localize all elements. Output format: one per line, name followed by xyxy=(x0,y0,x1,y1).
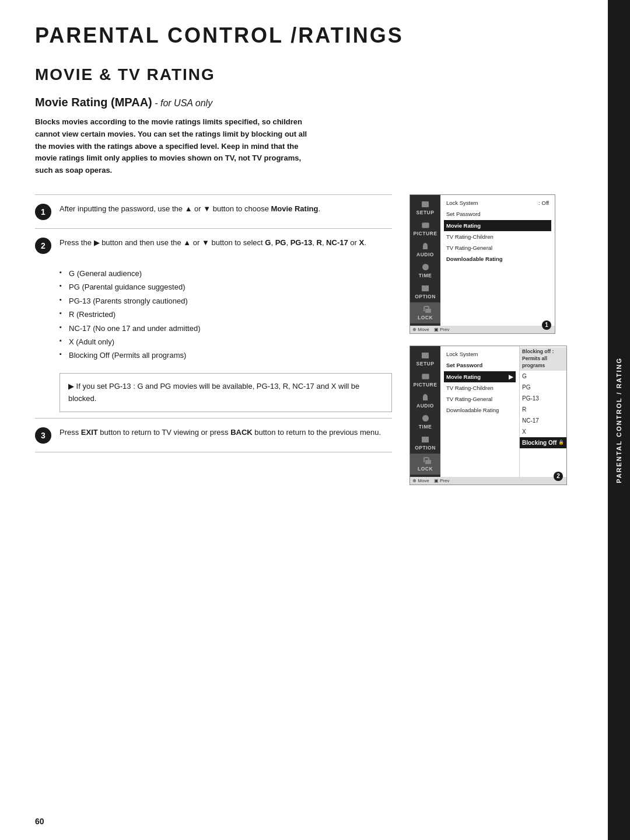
tv-row-set-password: Set Password xyxy=(444,208,551,219)
tv-row-lock-system: Lock System: Off xyxy=(444,197,551,208)
tv-sidebar-picture: PICTURE xyxy=(410,218,440,239)
picture-icon xyxy=(420,221,430,229)
sidebar-label: PARENTAL CONTROL / RATING xyxy=(615,357,622,483)
sub-blocking-off: Blocking Off 🔒 xyxy=(520,437,566,448)
page-number: 60 xyxy=(35,817,44,826)
sub-g: G xyxy=(520,371,566,382)
tv-sidebar-option: OPTION xyxy=(410,281,440,302)
tv-menu-1-content: Lock System: Off Set Password Movie Rati… xyxy=(440,195,555,326)
tv-sidebar-2-option: OPTION xyxy=(410,433,440,454)
tv2-row-tv-children: TV Rating-Children xyxy=(444,382,516,393)
tv-menu-2-inner: SETUP PICTURE AUDIO xyxy=(410,346,566,477)
tv-sidebar-2-audio: AUDIO xyxy=(410,391,440,412)
bullet-nc17: NC-17 (No one 17 and under admitted) xyxy=(60,322,392,335)
bullet-r: R (Restricted) xyxy=(60,308,392,321)
bullet-pg: PG (Parental guidance suggested) xyxy=(60,280,392,294)
page-title: PARENTAL CONTROL /RATINGS xyxy=(35,23,573,48)
audio-icon-2 xyxy=(420,393,430,402)
step-2-row: 2 Press the ▶ button and then use the ▲ … xyxy=(35,228,392,262)
tv-menu-2-sub-items: Blocking off : Permits all programs G PG… xyxy=(520,346,566,477)
tv-menu-2-content-area: Lock System Set Password Movie Rating ▶ xyxy=(440,346,566,477)
sub-pg: PG xyxy=(520,382,566,393)
step-3-row: 3 Press EXIT button to return to TV view… xyxy=(35,418,392,452)
step-2-text: Press the ▶ button and then use the ▲ or… xyxy=(60,237,366,249)
sub-r: R xyxy=(520,404,566,415)
tv-sidebar-audio: AUDIO xyxy=(410,239,440,260)
tv-sidebar-setup: SETUP xyxy=(410,197,440,218)
time-icon-2 xyxy=(420,414,430,423)
tv2-row-set-password: Set Password xyxy=(444,360,516,371)
step-1-circle: 1 xyxy=(35,204,51,220)
step-2-circle: 2 xyxy=(35,238,51,254)
tv2-row-tv-general: TV Rating-General xyxy=(444,393,516,405)
two-col-layout: 1 After inputting the password, use the … xyxy=(35,194,573,491)
tv-menu-2-main-content: Lock System Set Password Movie Rating ▶ xyxy=(440,346,520,477)
bullet-blocking: Blocking Off (Permits all programs) xyxy=(60,348,392,362)
tv-menu-1-wrapper: SETUP PICTURE AUDIO xyxy=(410,194,573,334)
tv-menu-2-sidebar: SETUP PICTURE AUDIO xyxy=(410,346,440,477)
note-text: ▶ If you set PG-13 : G and PG movies wil… xyxy=(68,382,359,403)
tv2-row-lock-system: Lock System xyxy=(444,348,516,360)
tv-sidebar-2-lock-active: LOCK xyxy=(410,454,440,475)
note-box: ▶ If you set PG-13 : G and PG movies wil… xyxy=(60,373,392,413)
description-text: Blocks movies according to the movie rat… xyxy=(35,116,309,177)
menu1-badge: 1 xyxy=(542,320,551,330)
sub-nc17: NC-17 xyxy=(520,415,566,426)
tv-menu-1-footer: ⊕ Move ▣ Prev xyxy=(410,326,555,333)
lock-icon-2 xyxy=(420,456,430,465)
main-content: PARENTAL CONTROL /RATINGS MOVIE & TV RAT… xyxy=(0,0,608,514)
step-3-text: Press EXIT button to return to TV viewin… xyxy=(60,427,381,439)
step-1-row: 1 After inputting the password, use the … xyxy=(35,194,392,228)
bullet-list: G (General audience) PG (Parental guidan… xyxy=(60,262,392,367)
step-3-circle: 3 xyxy=(35,427,51,444)
tv-menu-2-wrapper: SETUP PICTURE AUDIO xyxy=(410,346,573,485)
setup-icon xyxy=(420,200,430,208)
tv-menu-1-inner: SETUP PICTURE AUDIO xyxy=(410,195,555,326)
tv-row-movie-rating-highlighted: Movie Rating xyxy=(444,220,551,231)
tv-row-downloadable-rating: Downloadable Rating xyxy=(444,253,551,264)
sub-x: X xyxy=(520,426,566,437)
lock-icon xyxy=(420,305,430,313)
tv-menu-2-footer: ⊕ Move ▣ Prev xyxy=(410,477,566,485)
option-icon xyxy=(420,284,430,292)
sidebar: PARENTAL CONTROL / RATING xyxy=(608,0,630,840)
tv-sidebar-time: TIME xyxy=(410,260,440,281)
tv2-row-downloadable: Downloadable Rating xyxy=(444,405,516,416)
tv-menu-1: SETUP PICTURE AUDIO xyxy=(410,194,555,334)
left-column: 1 After inputting the password, use the … xyxy=(35,194,392,491)
tv-row-tv-rating-general: TV Rating-General xyxy=(444,242,551,253)
tv-row-tv-rating-children: TV Rating-Children xyxy=(444,231,551,242)
tv-sidebar-lock-active: LOCK xyxy=(410,302,440,323)
section-title: MOVIE & TV RATING xyxy=(35,65,573,84)
bullet-x: X (Adult only) xyxy=(60,335,392,348)
step-1-text: After inputting the password, use the ▲ … xyxy=(60,203,320,215)
sub-header: Blocking off : Permits all programs xyxy=(520,347,566,371)
tv-sidebar-2-setup: SETUP xyxy=(410,348,440,370)
bullet-g: G (General audience) xyxy=(60,267,392,280)
tv-sidebar-2-time: TIME xyxy=(410,412,440,433)
tv2-row-movie-rating: Movie Rating ▶ xyxy=(444,371,516,382)
option-icon-2 xyxy=(420,435,430,444)
tv-menu-1-sidebar: SETUP PICTURE AUDIO xyxy=(410,195,440,326)
audio-icon xyxy=(420,242,430,250)
bullet-pg13: PG-13 (Parents strongly cautioned) xyxy=(60,294,392,308)
subsection-title: Movie Rating (MPAA) - for USA only xyxy=(35,96,573,109)
menu2-badge: 2 xyxy=(554,472,563,481)
right-column: SETUP PICTURE AUDIO xyxy=(410,194,573,491)
time-icon xyxy=(420,263,430,271)
tv-sidebar-2-picture: PICTURE xyxy=(410,370,440,391)
tv-menu-2: SETUP PICTURE AUDIO xyxy=(410,346,567,485)
sub-pg13: PG-13 xyxy=(520,393,566,404)
setup-icon-2 xyxy=(420,351,430,360)
picture-icon-2 xyxy=(420,372,430,381)
